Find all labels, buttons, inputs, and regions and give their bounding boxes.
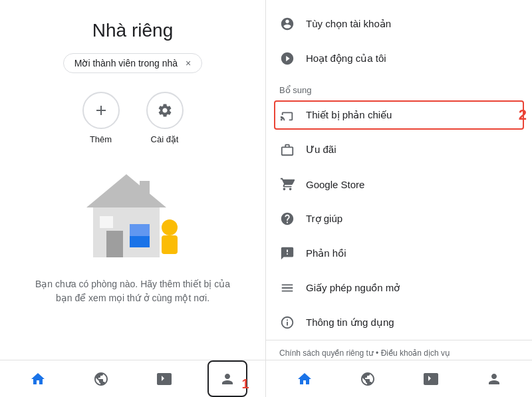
left-panel: Nhà riêng Mời thành viên trong nhà × Thê… — [0, 0, 266, 397]
r-profile-icon — [486, 371, 502, 387]
license-icon — [279, 280, 295, 296]
menu-item-phan-hoi[interactable]: Phản hồi — [266, 236, 532, 271]
nav-discover[interactable] — [81, 360, 121, 397]
menu-label-giay-phep: Giấy phép nguồn mở — [306, 282, 400, 294]
action-row: Thêm Cài đặt — [82, 92, 184, 144]
settings-action: Cài đặt — [146, 92, 184, 144]
section-bosung: Bổ sung — [266, 76, 532, 98]
menu-item-thiet-bi[interactable]: Thiết bị phản chiếu 2 — [266, 98, 532, 132]
step-number-2: 2 — [519, 106, 527, 124]
settings-icon — [157, 102, 173, 118]
menu-item-google-store[interactable]: Google Store — [266, 167, 532, 201]
menu-label-tuy-chon: Tùy chọn tài khoản — [306, 18, 391, 30]
terms-link[interactable]: Điều khoản dịch vụ — [381, 348, 450, 358]
step-number-1: 1 — [242, 376, 249, 392]
menu-item-thong-tin[interactable]: Thông tin ứng dụng — [266, 305, 532, 340]
menu-label-uu-dai: Ưu đãi — [306, 144, 336, 156]
house-illustration — [66, 164, 200, 264]
menu-label-thong-tin: Thông tin ứng dụng — [306, 317, 394, 329]
menu-label-thiet-bi: Thiết bị phản chiếu — [306, 109, 392, 121]
cast-icon — [279, 107, 295, 123]
left-bottom-nav: 1 — [0, 360, 265, 397]
menu-label-tro-giup: Trợ giúp — [306, 213, 342, 225]
add-action: Thêm — [82, 92, 120, 144]
left-content: Nhà riêng Mời thành viên trong nhà × Thê… — [0, 0, 265, 360]
nav-media[interactable] — [144, 360, 184, 397]
r-home-icon — [297, 371, 313, 387]
r-nav-home[interactable] — [285, 360, 325, 397]
r-nav-profile[interactable] — [474, 360, 514, 397]
info-icon — [279, 315, 295, 331]
plus-icon — [93, 102, 109, 118]
feedback-icon — [279, 245, 295, 261]
store-icon — [279, 176, 295, 192]
svg-marker-1 — [86, 174, 166, 207]
svg-rect-7 — [162, 235, 178, 254]
svg-point-6 — [162, 219, 178, 235]
home-icon — [30, 371, 46, 387]
right-bottom-nav — [266, 360, 532, 397]
profile-icon — [219, 371, 235, 387]
menu-label-google-store: Google Store — [306, 179, 364, 190]
invite-close-icon[interactable]: × — [186, 58, 191, 68]
account-icon — [279, 16, 295, 32]
discover-icon — [93, 371, 109, 387]
page-title: Nhà riêng — [92, 20, 173, 41]
house-svg — [66, 164, 200, 264]
add-button[interactable] — [82, 92, 120, 129]
footer-separator: • — [376, 348, 381, 358]
privacy-link[interactable]: Chính sách quyền riêng tư — [279, 348, 374, 358]
menu-item-tuy-chon[interactable]: Tùy chọn tài khoản — [266, 7, 532, 41]
right-panel: Tùy chọn tài khoản Hoạt động của tôi Bổ … — [266, 0, 532, 397]
media-icon — [156, 371, 172, 387]
footer-links: Chính sách quyền riêng tư • Điều khoản d… — [266, 340, 532, 360]
r-nav-media[interactable] — [411, 360, 451, 397]
r-nav-discover[interactable] — [348, 360, 388, 397]
invite-button[interactable]: Mời thành viên trong nhà × — [63, 53, 203, 73]
r-media-icon — [423, 371, 439, 387]
menu-label-hoat-dong: Hoạt động của tôi — [306, 53, 386, 65]
menu-item-uu-dai[interactable]: Ưu đãi — [266, 132, 532, 167]
invite-label: Mời thành viên trong nhà — [74, 58, 178, 68]
settings-button[interactable] — [146, 92, 184, 129]
help-icon — [279, 211, 295, 227]
menu-label-phan-hoi: Phản hồi — [306, 247, 346, 259]
settings-label: Cài đặt — [151, 134, 179, 144]
add-label: Thêm — [90, 134, 112, 144]
svg-rect-2 — [140, 181, 150, 198]
svg-rect-8 — [100, 216, 113, 228]
r-discover-icon — [360, 371, 376, 387]
menu-item-tro-giup[interactable]: Trợ giúp — [266, 201, 532, 236]
activity-icon — [279, 51, 295, 66]
menu-item-hoat-dong[interactable]: Hoạt động của tôi — [266, 41, 532, 76]
svg-rect-5 — [130, 236, 150, 247]
offers-icon — [279, 142, 295, 158]
nav-home[interactable] — [18, 360, 58, 397]
right-menu: Tùy chọn tài khoản Hoạt động của tôi Bổ … — [266, 0, 532, 360]
svg-rect-3 — [106, 231, 123, 257]
menu-item-giay-phep[interactable]: Giấy phép nguồn mở — [266, 271, 532, 305]
empty-text: Bạn chưa có phòng nào. Hãy thêm thiết bị… — [13, 277, 252, 305]
nav-profile[interactable]: 1 — [207, 360, 247, 397]
